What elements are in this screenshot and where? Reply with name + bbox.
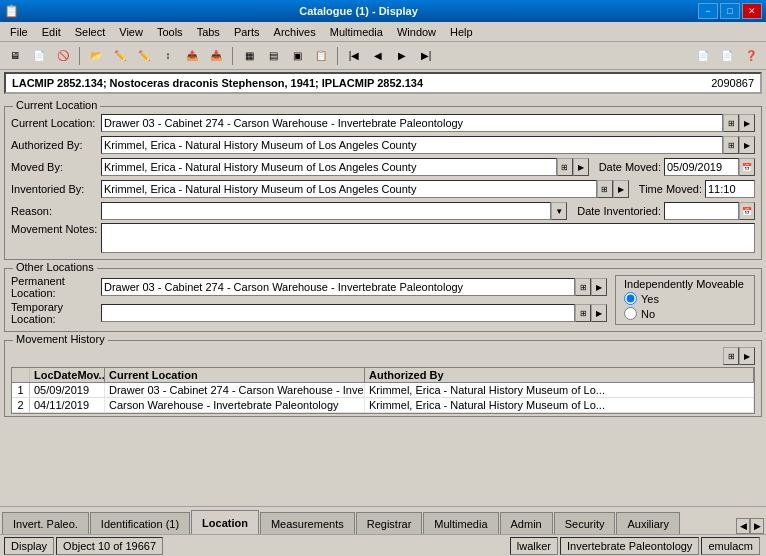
tab-invert-paleo[interactable]: Invert. Paleo. [2, 512, 89, 534]
time-moved-input[interactable] [705, 180, 755, 198]
tab-identification[interactable]: Identification (1) [90, 512, 190, 534]
authorized-label: Authorized By: [11, 139, 101, 151]
toolbar-btn-open[interactable]: 📂 [85, 45, 107, 67]
tab-auxiliary[interactable]: Auxiliary [616, 512, 680, 534]
toolbar-btn-cancel[interactable]: 🚫 [52, 45, 74, 67]
permanent-location-input[interactable] [101, 278, 575, 296]
toolbar-btn-1[interactable]: 🖥 [4, 45, 26, 67]
tab-security[interactable]: Security [554, 512, 616, 534]
nav-prev[interactable]: ◀ [367, 45, 389, 67]
table-header-location: Current Location [105, 368, 365, 382]
tab-registrar[interactable]: Registrar [356, 512, 423, 534]
toolbar-btn-2[interactable]: 📄 [28, 45, 50, 67]
tab-location-label: Location [202, 517, 248, 529]
date-moved-label: Date Moved: [599, 161, 661, 173]
inventoried-info-btn[interactable]: ▶ [613, 180, 629, 198]
history-nav-btn[interactable]: ▶ [739, 347, 755, 365]
nav-next[interactable]: ▶ [391, 45, 413, 67]
row1-location: Drawer 03 - Cabinet 274 - Carson Warehou… [105, 383, 365, 397]
inventoried-input[interactable] [101, 180, 597, 198]
authorized-lookup-btn[interactable]: ⊞ [723, 136, 739, 154]
moved-by-lookup-btn[interactable]: ⊞ [557, 158, 573, 176]
menu-window[interactable]: Window [391, 24, 442, 40]
close-button[interactable]: ✕ [742, 3, 762, 19]
reason-input[interactable] [101, 202, 551, 220]
temporary-location-input[interactable] [101, 304, 575, 322]
menu-parts[interactable]: Parts [228, 24, 266, 40]
row1-authorized: Krimmel, Erica - Natural History Museum … [365, 383, 754, 397]
tab-auxiliary-label: Auxiliary [627, 518, 669, 530]
table-header-date: LocDateMov... [30, 368, 105, 382]
authorized-info-btn[interactable]: ▶ [739, 136, 755, 154]
tab-scroll-left[interactable]: ◀ [736, 518, 750, 534]
toolbar-btn-form[interactable]: ▣ [286, 45, 308, 67]
tab-multimedia[interactable]: Multimedia [423, 512, 498, 534]
title-bar: 📋 Catalogue (1) - Display − □ ✕ [0, 0, 766, 22]
permanent-info-btn[interactable]: ▶ [591, 278, 607, 296]
menu-help[interactable]: Help [444, 24, 479, 40]
tab-location[interactable]: Location [191, 510, 259, 534]
toolbar-btn-grid[interactable]: ▦ [238, 45, 260, 67]
toolbar-btn-help1[interactable]: 📄 [692, 45, 714, 67]
authorized-input[interactable] [101, 136, 723, 154]
menu-archives[interactable]: Archives [268, 24, 322, 40]
table-row[interactable]: 2 04/11/2019 Carson Warehouse - Inverteb… [12, 398, 754, 413]
toolbar-btn-sort[interactable]: ↕ [157, 45, 179, 67]
nav-first[interactable]: |◀ [343, 45, 365, 67]
table-header-num [12, 368, 30, 382]
toolbar-btn-import[interactable]: 📥 [205, 45, 227, 67]
menu-select[interactable]: Select [69, 24, 112, 40]
history-add-btn[interactable]: ⊞ [723, 347, 739, 365]
temporary-location-row: Temporary Location: ⊞ ▶ [11, 301, 607, 325]
menu-tabs[interactable]: Tabs [191, 24, 226, 40]
inventoried-lookup-btn[interactable]: ⊞ [597, 180, 613, 198]
reason-arrow-btn[interactable]: ▼ [551, 202, 567, 220]
other-locations-content: Permanent Location: ⊞ ▶ Temporary Locati… [11, 275, 755, 327]
menu-tools[interactable]: Tools [151, 24, 189, 40]
temporary-info-btn[interactable]: ▶ [591, 304, 607, 322]
table-row[interactable]: 1 05/09/2019 Drawer 03 - Cabinet 274 - C… [12, 383, 754, 398]
tab-admin[interactable]: Admin [500, 512, 553, 534]
table-header-authorized: Authorized By [365, 368, 754, 382]
location-input[interactable] [101, 114, 723, 132]
maximize-button[interactable]: □ [720, 3, 740, 19]
toolbar-btn-question[interactable]: ❓ [740, 45, 762, 67]
menu-multimedia[interactable]: Multimedia [324, 24, 389, 40]
tab-scroll-right[interactable]: ▶ [750, 518, 764, 534]
tab-admin-label: Admin [511, 518, 542, 530]
date-inventoried-input[interactable] [664, 202, 739, 220]
toolbar-btn-list[interactable]: ▤ [262, 45, 284, 67]
menu-view[interactable]: View [113, 24, 149, 40]
date-moved-input[interactable] [664, 158, 739, 176]
independently-moveable-section: Independently Moveable Yes No [615, 275, 755, 327]
location-lookup-btn[interactable]: ⊞ [723, 114, 739, 132]
moved-by-info-btn[interactable]: ▶ [573, 158, 589, 176]
minimize-button[interactable]: − [698, 3, 718, 19]
movement-history-title: Movement History [13, 333, 108, 345]
window-controls: − □ ✕ [698, 3, 762, 19]
toolbar-btn-edit1[interactable]: ✏️ [109, 45, 131, 67]
toolbar-sep-2 [232, 47, 233, 65]
radio-yes-label: Yes [641, 293, 659, 305]
radio-no-input[interactable] [624, 307, 637, 320]
menu-edit[interactable]: Edit [36, 24, 67, 40]
toolbar-btn-edit2[interactable]: ✏️ [133, 45, 155, 67]
row1-num: 1 [12, 383, 30, 397]
tab-measurements[interactable]: Measurements [260, 512, 355, 534]
radio-yes-input[interactable] [624, 292, 637, 305]
toolbar-btn-report[interactable]: 📋 [310, 45, 332, 67]
location-info-btn[interactable]: ▶ [739, 114, 755, 132]
main-content: Current Location Current Location: ⊞ ▶ A… [0, 96, 766, 506]
moved-by-input[interactable] [101, 158, 557, 176]
date-inventoried-cal-btn[interactable]: 📅 [739, 202, 755, 220]
temporary-lookup-btn[interactable]: ⊞ [575, 304, 591, 322]
date-moved-cal-btn[interactable]: 📅 [739, 158, 755, 176]
permanent-lookup-btn[interactable]: ⊞ [575, 278, 591, 296]
toolbar-btn-help2[interactable]: 📄 [716, 45, 738, 67]
status-dept: Invertebrate Paleontology [560, 537, 699, 555]
toolbar-btn-export[interactable]: 📤 [181, 45, 203, 67]
nav-last[interactable]: ▶| [415, 45, 437, 67]
movement-notes-input[interactable] [101, 223, 755, 253]
menu-file[interactable]: File [4, 24, 34, 40]
tab-registrar-label: Registrar [367, 518, 412, 530]
